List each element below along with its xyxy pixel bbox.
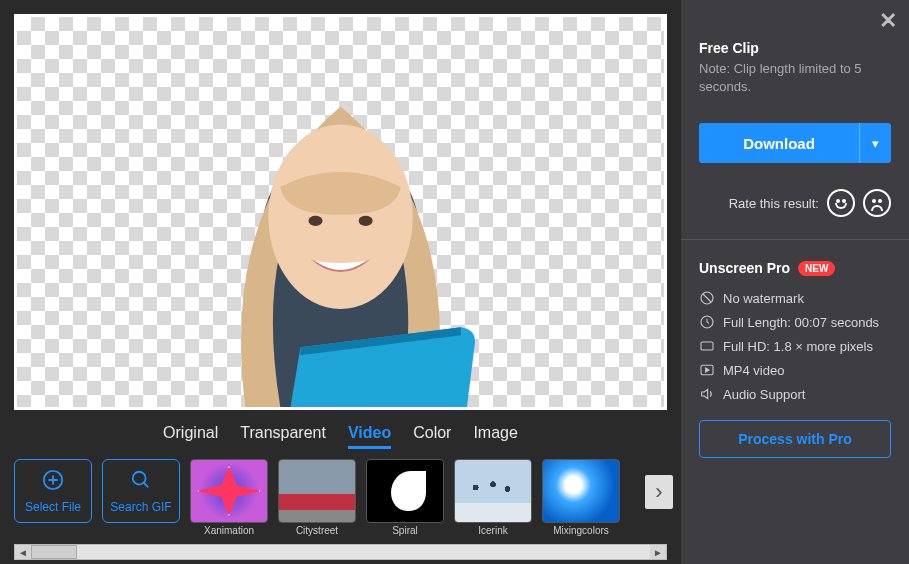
feature-full-length: Full Length: 00:07 seconds xyxy=(699,314,891,330)
thumb-image xyxy=(190,459,268,523)
feature-full-hd: Full HD: 1.8 × more pixels xyxy=(699,338,891,354)
pro-title: Unscreen Pro xyxy=(699,260,790,276)
search-icon xyxy=(130,469,152,496)
thumb-icerink[interactable]: Icerink xyxy=(454,459,532,536)
chevron-down-icon: ▾ xyxy=(872,136,879,151)
download-button[interactable]: Download xyxy=(699,123,859,163)
select-file-label: Select File xyxy=(25,500,81,514)
feature-text: Audio Support xyxy=(723,387,805,402)
thumb-image xyxy=(278,459,356,523)
pro-feature-list: No watermark Full Length: 00:07 seconds … xyxy=(699,290,891,402)
thumb-label: Mixingcolors xyxy=(553,525,609,536)
thumb-label: Citystreet xyxy=(296,525,338,536)
thumb-scroll-next[interactable]: › xyxy=(645,475,673,509)
free-clip-title: Free Clip xyxy=(699,40,891,56)
rate-row: Rate this result: xyxy=(699,189,891,217)
feature-text: Full Length: 00:07 seconds xyxy=(723,315,879,330)
process-with-pro-button[interactable]: Process with Pro xyxy=(699,420,891,458)
download-group: Download ▾ xyxy=(699,123,891,163)
svg-point-2 xyxy=(359,215,373,225)
clock-icon xyxy=(699,314,715,330)
audio-icon xyxy=(699,386,715,402)
feature-text: Full HD: 1.8 × more pixels xyxy=(723,339,873,354)
pro-section: Unscreen Pro NEW No watermark Full Lengt… xyxy=(681,240,909,474)
chevron-right-icon: › xyxy=(655,479,662,505)
play-icon xyxy=(699,362,715,378)
feature-no-watermark: No watermark xyxy=(699,290,891,306)
tab-image[interactable]: Image xyxy=(473,424,517,449)
thumb-image xyxy=(366,459,444,523)
search-gif-label: Search GIF xyxy=(110,500,171,514)
feature-text: No watermark xyxy=(723,291,804,306)
tab-video[interactable]: Video xyxy=(348,424,391,449)
tab-color[interactable]: Color xyxy=(413,424,451,449)
thumb-xanimation[interactable]: Xanimation xyxy=(190,459,268,536)
thumb-label: Icerink xyxy=(478,525,507,536)
thumb-citystreet[interactable]: Citystreet xyxy=(278,459,356,536)
hd-icon xyxy=(699,338,715,354)
background-tabs: Original Transparent Video Color Image xyxy=(14,410,667,459)
preview-subject xyxy=(140,33,541,407)
rate-sad-icon[interactable] xyxy=(863,189,891,217)
select-file-button[interactable]: Select File xyxy=(14,459,92,523)
thumb-mixingcolors[interactable]: Mixingcolors xyxy=(542,459,620,536)
thumb-label: Spiral xyxy=(392,525,418,536)
plus-circle-icon xyxy=(42,469,64,496)
side-panel: ✕ Free Clip Note: Clip length limited to… xyxy=(681,0,909,564)
search-gif-button[interactable]: Search GIF xyxy=(102,459,180,523)
svg-point-4 xyxy=(133,471,146,484)
scroll-right-arrow[interactable]: ► xyxy=(650,545,666,559)
thumb-image xyxy=(542,459,620,523)
svg-point-1 xyxy=(308,215,322,225)
rate-label: Rate this result: xyxy=(729,196,819,211)
tab-transparent[interactable]: Transparent xyxy=(240,424,326,449)
scroll-left-arrow[interactable]: ◄ xyxy=(15,545,31,559)
thumb-spiral[interactable]: Spiral xyxy=(366,459,444,536)
horizontal-scrollbar[interactable]: ◄ ► xyxy=(14,544,667,560)
thumb-label: Xanimation xyxy=(204,525,254,536)
feature-mp4: MP4 video xyxy=(699,362,891,378)
download-dropdown[interactable]: ▾ xyxy=(859,123,891,163)
svg-rect-7 xyxy=(701,342,713,350)
feature-text: MP4 video xyxy=(723,363,784,378)
rate-happy-icon[interactable] xyxy=(827,189,855,217)
scroll-thumb[interactable] xyxy=(31,545,77,559)
thumb-image xyxy=(454,459,532,523)
no-watermark-icon xyxy=(699,290,715,306)
preview-canvas xyxy=(14,14,667,410)
feature-audio: Audio Support xyxy=(699,386,891,402)
thumbnail-row: Select File Search GIF Xanimation Cityst… xyxy=(14,459,667,542)
free-clip-section: Free Clip Note: Clip length limited to 5… xyxy=(681,0,909,239)
svg-point-0 xyxy=(268,124,412,309)
new-badge: NEW xyxy=(798,261,835,276)
close-icon[interactable]: ✕ xyxy=(879,8,897,34)
tab-original[interactable]: Original xyxy=(163,424,218,449)
pro-heading: Unscreen Pro NEW xyxy=(699,260,891,276)
main-panel: Original Transparent Video Color Image S… xyxy=(0,0,681,564)
free-clip-note: Note: Clip length limited to 5 seconds. xyxy=(699,60,891,95)
